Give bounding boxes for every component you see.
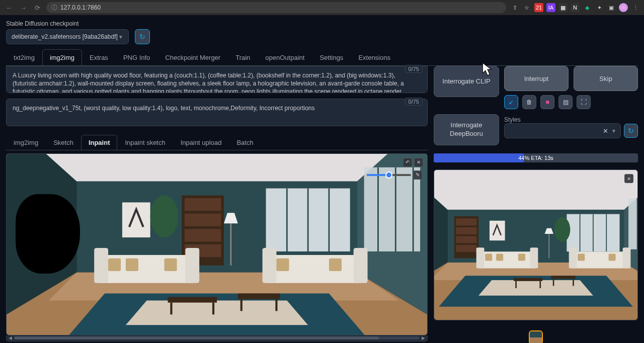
ext-icon-4[interactable]: N [571,3,580,12]
svg-marker-58 [478,280,593,296]
ext-icon-2[interactable]: IA [546,3,555,12]
output-image [434,170,637,320]
ext-icon-5[interactable]: ◆ [583,3,592,12]
info-icon: ⓘ [51,4,57,12]
svg-point-83 [554,217,571,242]
svg-rect-76 [514,278,542,281]
svg-rect-5 [364,167,420,251]
close-output-button[interactable]: ✕ [624,174,633,183]
svg-rect-70 [518,254,525,261]
chevron-down-icon: ▼ [118,34,123,40]
svg-rect-79 [551,276,576,279]
close-icon[interactable]: ✕ [603,127,608,135]
svg-rect-75 [609,254,616,261]
svg-rect-19 [185,213,221,226]
inpaint-canvas[interactable]: ↶ ✕ ✎ [6,153,428,335]
svg-rect-66 [476,247,485,268]
tool-expand-button[interactable]: ⛶ [577,95,591,109]
svg-rect-68 [485,254,492,261]
checkpoint-value: deliberate_v2.safetensors [9aba26abdf] [12,33,118,40]
svg-rect-20 [185,229,221,241]
scroll-left-icon: ◀ [9,335,12,340]
svg-rect-28 [165,259,177,271]
svg-rect-69 [496,254,503,261]
extensions-icon[interactable]: ✦ [595,3,604,12]
img2img-sub-tabs: img2img Sketch Inpaint Inpaint sketch In… [6,135,428,150]
tool-arrow-button[interactable]: ↙ [504,95,518,109]
tab-txt2img[interactable]: txt2img [6,49,42,65]
svg-rect-26 [108,259,121,271]
negative-prompt-input[interactable] [6,99,428,126]
tab-extras[interactable]: Extras [82,49,116,65]
tab-openoutpaint[interactable]: openOutpaint [258,49,312,65]
svg-point-41 [150,195,179,237]
svg-marker-43 [434,170,637,210]
svg-marker-16 [126,300,308,325]
bookmark-icon[interactable]: ☆ [522,3,531,12]
svg-rect-33 [329,259,342,271]
ext-icon-3[interactable]: ▦ [558,3,568,12]
output-thumbnail[interactable] [529,330,543,343]
tool-trash-button[interactable]: 🗑 [522,95,536,109]
tab-png-info[interactable]: PNG Info [116,49,157,65]
chevron-down-icon: ▼ [611,128,616,134]
svg-rect-27 [126,259,138,271]
subtab-inpaint[interactable]: Inpaint [81,135,118,150]
browser-back-button[interactable]: ← [4,3,14,13]
ext-icon-1[interactable]: 21 [534,3,543,12]
styles-select[interactable]: ✕ ▼ [504,123,621,138]
clear-button[interactable]: ✕ [414,158,423,167]
svg-rect-61 [456,227,476,234]
svg-rect-32 [276,259,289,271]
browser-menu-icon[interactable]: ⋮ [631,3,640,12]
svg-rect-60 [456,218,476,225]
canvas-scrollbar[interactable]: ◀ ▶ [6,335,428,341]
checkpoint-refresh-button[interactable]: ↻ [135,29,150,44]
skip-button[interactable]: Skip [574,66,638,91]
interrogate-clip-button[interactable]: Interrogate CLIP [434,66,499,97]
checkpoint-select[interactable]: deliberate_v2.safetensors [9aba26abdf] ▼ [6,29,129,44]
svg-rect-84 [530,331,542,337]
tool-card-button[interactable]: ▤ [558,95,573,109]
tab-checkpoint-merger[interactable]: Checkpoint Merger [157,49,228,65]
positive-prompt-input[interactable] [6,66,428,93]
browser-reload-button[interactable]: ⟳ [32,3,42,13]
tab-train[interactable]: Train [228,49,258,65]
share-icon[interactable]: ⇧ [510,3,519,12]
interrogate-deepbooru-button[interactable]: Interrogate DeepBooru [434,114,499,145]
profile-avatar[interactable] [619,3,628,12]
svg-rect-47 [628,199,637,249]
subtab-batch[interactable]: Batch [229,135,261,150]
scroll-right-icon: ▶ [422,335,425,340]
styles-refresh-button[interactable]: ↻ [624,124,638,138]
subtab-inpaint-upload[interactable]: Inpaint upload [173,135,229,150]
subtab-inpaint-sketch[interactable]: Inpaint sketch [117,135,173,150]
subtab-img2img[interactable]: img2img [6,135,46,150]
svg-rect-62 [456,236,476,243]
tab-img2img[interactable]: img2img [42,49,82,65]
negative-token-count: 0/75 [405,98,423,106]
brush-size-slider[interactable]: ✎ [367,171,422,179]
tab-settings[interactable]: Settings [312,49,351,65]
checkpoint-label: Stable Diffusion checkpoint [6,20,638,27]
subtab-sketch[interactable]: Sketch [46,135,81,150]
progress-bar: 44% ETA: 13s [434,153,638,162]
interrupt-button[interactable]: Interrupt [504,66,569,91]
url-bar[interactable]: ⓘ 127.0.0.1:7860 [46,2,506,13]
svg-rect-63 [456,245,476,252]
tool-palette-button[interactable]: ■ [540,95,554,109]
tab-extensions[interactable]: Extensions [351,49,398,65]
svg-rect-64 [490,221,505,240]
svg-rect-18 [185,198,221,211]
inpaint-mask [16,194,80,274]
svg-rect-67 [530,247,538,268]
browser-forward-button[interactable]: → [18,3,28,13]
prompt-token-count: 0/75 [405,65,423,73]
svg-rect-30 [263,248,277,283]
svg-rect-25 [185,248,199,283]
sidepanel-icon[interactable]: ▣ [607,3,616,12]
undo-button[interactable]: ↶ [403,158,412,167]
output-image-panel: ✕ [434,169,638,320]
browser-toolbar: ← → ⟳ ⓘ 127.0.0.1:7860 ⇧ ☆ 21 IA ▦ N ◆ ✦… [0,0,644,15]
brush-tool-icon[interactable]: ✎ [413,170,422,180]
